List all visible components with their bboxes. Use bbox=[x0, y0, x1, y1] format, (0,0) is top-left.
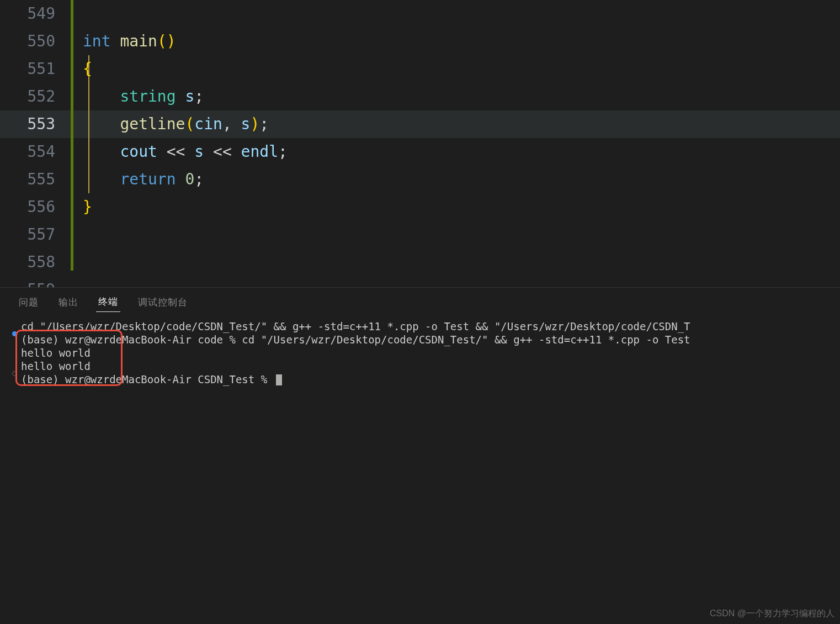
tab-debug-console[interactable]: 调试控制台 bbox=[136, 293, 190, 312]
line-number: 549 bbox=[0, 0, 66, 28]
terminal-line: hello world bbox=[21, 346, 829, 359]
watermark-text: CSDN @一个努力学习编程的人 bbox=[710, 608, 834, 620]
code-line[interactable]: 559 bbox=[0, 276, 840, 287]
line-number: 559 bbox=[0, 276, 66, 287]
line-number: 557 bbox=[0, 221, 66, 248]
code-line[interactable]: 556} bbox=[0, 193, 840, 221]
line-number: 558 bbox=[0, 248, 66, 276]
code-line[interactable]: 555 return 0; bbox=[0, 166, 840, 193]
terminal-output[interactable]: cd "/Users/wzr/Desktop/code/CSDN_Test/" … bbox=[0, 312, 840, 392]
code-line[interactable]: 553 getline(cin, s); bbox=[0, 110, 840, 138]
terminal-line: (base) wzr@wzrdeMacBook-Air code % cd "/… bbox=[21, 333, 829, 346]
code-editor[interactable]: 549550int main()551{552 string s;553 get… bbox=[0, 0, 840, 287]
code-content: getline(cin, s); bbox=[66, 110, 269, 138]
code-line[interactable]: 554 cout << s << endl; bbox=[0, 138, 840, 166]
code-line[interactable]: 549 bbox=[0, 0, 840, 28]
line-number: 550 bbox=[0, 28, 66, 55]
line-number: 555 bbox=[0, 166, 66, 193]
code-content: int main() bbox=[66, 28, 176, 55]
code-line[interactable]: 557 bbox=[0, 221, 840, 248]
line-number: 553 bbox=[0, 110, 66, 138]
line-number: 552 bbox=[0, 83, 66, 110]
tab-output[interactable]: 输出 bbox=[56, 293, 81, 312]
gutter-dot-modified-icon bbox=[12, 331, 17, 336]
line-number: 554 bbox=[0, 138, 66, 166]
code-content: return 0; bbox=[66, 166, 204, 193]
code-content: string s; bbox=[66, 83, 204, 110]
gutter-change-indicator bbox=[71, 0, 73, 271]
terminal-line: hello world bbox=[21, 359, 829, 373]
panel-tabs: 问题 输出 终端 调试控制台 bbox=[0, 288, 840, 312]
gutter-dot-icon bbox=[12, 371, 17, 376]
code-line[interactable]: 550int main() bbox=[0, 28, 840, 55]
line-number: 556 bbox=[0, 193, 66, 221]
tab-problems[interactable]: 问题 bbox=[17, 293, 41, 312]
terminal-line: cd "/Users/wzr/Desktop/code/CSDN_Test/" … bbox=[21, 320, 829, 333]
terminal-prompt-line: (base) wzr@wzrdeMacBook-Air CSDN_Test % bbox=[21, 373, 829, 386]
code-line[interactable]: 552 string s; bbox=[0, 83, 840, 110]
terminal-cursor-icon bbox=[276, 374, 282, 385]
code-line[interactable]: 551{ bbox=[0, 55, 840, 83]
bottom-panel: 问题 输出 终端 调试控制台 cd "/Users/wzr/Desktop/co… bbox=[0, 287, 840, 624]
tab-terminal[interactable]: 终端 bbox=[96, 292, 120, 312]
code-line[interactable]: 558 bbox=[0, 248, 840, 276]
line-number: 551 bbox=[0, 55, 66, 83]
code-content: cout << s << endl; bbox=[66, 138, 288, 166]
